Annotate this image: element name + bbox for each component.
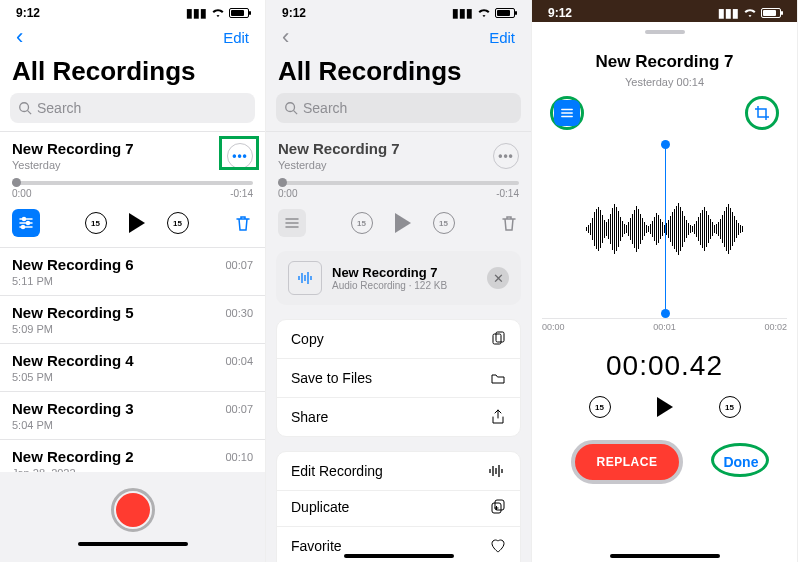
svg-point-7 bbox=[22, 226, 25, 229]
skip-back-button[interactable]: 15 bbox=[589, 396, 611, 418]
status-icons: ▮▮▮ bbox=[718, 6, 781, 20]
playhead[interactable] bbox=[665, 144, 666, 314]
axis-tick: 00:00 bbox=[542, 322, 565, 332]
skip-back-button: 15 bbox=[351, 212, 373, 234]
seek-bar[interactable] bbox=[12, 181, 253, 185]
play-button[interactable] bbox=[129, 213, 145, 233]
axis-tick: 00:02 bbox=[764, 322, 787, 332]
back-button[interactable]: ‹ bbox=[282, 24, 289, 50]
status-time: 9:12 bbox=[282, 6, 306, 20]
list-item[interactable]: New Recording 600:07 5:11 PM bbox=[0, 248, 265, 296]
close-button[interactable]: ✕ bbox=[487, 267, 509, 289]
crop-icon bbox=[753, 104, 771, 122]
status-bar: 9:12 ▮▮▮ bbox=[0, 0, 265, 22]
svg-point-8 bbox=[286, 103, 295, 112]
screen-recordings-list: 9:12 ▮▮▮ ‹ Edit All Recordings Search Ne… bbox=[0, 0, 266, 562]
options-button[interactable] bbox=[554, 100, 580, 126]
skip-forward-button: 15 bbox=[433, 212, 455, 234]
skip-back-button[interactable]: 15 bbox=[85, 212, 107, 234]
waveform-area[interactable] bbox=[542, 144, 787, 314]
trim-button[interactable] bbox=[753, 104, 771, 122]
battery-icon bbox=[495, 8, 515, 18]
done-button[interactable]: Done bbox=[723, 454, 758, 470]
svg-point-5 bbox=[27, 222, 30, 225]
record-button[interactable] bbox=[111, 488, 155, 532]
duplicate-icon bbox=[490, 499, 506, 515]
list-item[interactable]: New Recording 400:04 5:05 PM bbox=[0, 344, 265, 392]
sheet-meta: Audio Recording · 122 KB bbox=[332, 280, 447, 291]
time-counter: 00:00.42 bbox=[532, 350, 797, 382]
home-indicator[interactable] bbox=[344, 554, 454, 558]
search-input[interactable]: Search bbox=[276, 93, 521, 123]
recording-subtitle: Yesterday bbox=[278, 159, 400, 171]
play-button bbox=[395, 213, 411, 233]
svg-point-0 bbox=[20, 103, 29, 112]
seek-bar bbox=[278, 181, 519, 185]
expanded-recording[interactable]: New Recording 7 Yesterday ••• 0:00 -0:14… bbox=[0, 132, 265, 248]
time-axis: 00:00 00:01 00:02 bbox=[542, 318, 787, 332]
list-item[interactable]: New Recording 300:07 5:04 PM bbox=[0, 392, 265, 440]
highlight-annotation bbox=[550, 96, 584, 130]
share-icon bbox=[490, 409, 506, 425]
action-menu: Copy Save to Files Share bbox=[276, 319, 521, 437]
home-indicator[interactable] bbox=[78, 542, 188, 546]
replace-button[interactable]: REPLACE bbox=[571, 440, 684, 484]
more-button[interactable]: ••• bbox=[227, 143, 253, 169]
trash-icon bbox=[233, 213, 253, 233]
back-button[interactable]: ‹ bbox=[16, 24, 23, 50]
options-button bbox=[278, 209, 306, 237]
status-bar: 9:12 ▮▮▮ bbox=[532, 0, 797, 22]
skip-forward-button[interactable]: 15 bbox=[167, 212, 189, 234]
status-icons: ▮▮▮ bbox=[186, 6, 249, 20]
page-title: All Recordings bbox=[266, 52, 531, 93]
menu-duplicate[interactable]: Duplicate bbox=[277, 488, 520, 527]
svg-line-9 bbox=[294, 111, 298, 115]
menu-copy[interactable]: Copy bbox=[277, 320, 520, 359]
menu-save-files[interactable]: Save to Files bbox=[277, 359, 520, 398]
signal-icon: ▮▮▮ bbox=[452, 6, 473, 20]
play-button[interactable] bbox=[657, 397, 673, 417]
delete-button[interactable] bbox=[233, 213, 253, 233]
svg-line-1 bbox=[28, 111, 32, 115]
edit-button[interactable]: Edit bbox=[223, 29, 249, 46]
menu-edit-recording[interactable]: Edit Recording bbox=[276, 451, 521, 491]
home-indicator[interactable] bbox=[610, 554, 720, 558]
waveform-icon bbox=[488, 463, 506, 479]
more-button[interactable]: ••• bbox=[493, 143, 519, 169]
menu-share[interactable]: Share bbox=[277, 398, 520, 436]
axis-tick: 00:01 bbox=[653, 322, 676, 332]
signal-icon: ▮▮▮ bbox=[718, 6, 739, 20]
edit-button[interactable]: Edit bbox=[489, 29, 515, 46]
recording-subtitle: Yesterday 00:14 bbox=[532, 76, 797, 88]
search-icon bbox=[284, 101, 298, 115]
sheet-header: New Recording 7 Audio Recording · 122 KB… bbox=[276, 251, 521, 305]
bottom-actions: REPLACE Done bbox=[532, 440, 797, 484]
signal-icon: ▮▮▮ bbox=[186, 6, 207, 20]
expanded-recording: New Recording 7 Yesterday ••• 0:00 -0:14… bbox=[266, 132, 531, 247]
list-item[interactable]: New Recording 500:30 5:09 PM bbox=[0, 296, 265, 344]
status-time: 9:12 bbox=[548, 6, 572, 20]
time-start: 0:00 bbox=[12, 188, 31, 199]
wifi-icon bbox=[743, 8, 757, 18]
playback-controls: 15 15 bbox=[532, 396, 797, 418]
nav-bar: ‹ Edit bbox=[0, 22, 265, 52]
options-button[interactable] bbox=[12, 209, 40, 237]
search-input[interactable]: Search bbox=[10, 93, 255, 123]
search-icon bbox=[18, 101, 32, 115]
search-placeholder: Search bbox=[37, 100, 81, 116]
highlight-annotation bbox=[745, 96, 779, 130]
action-menu-2: Edit Recording Duplicate Favorite Move t… bbox=[276, 451, 521, 562]
screen-edit-recording: 9:12 ▮▮▮ New Recording 7 Yesterday 00:14… bbox=[532, 0, 798, 562]
sliders-icon bbox=[560, 106, 574, 120]
page-title: All Recordings bbox=[0, 52, 265, 93]
skip-forward-button[interactable]: 15 bbox=[719, 396, 741, 418]
recording-title: New Recording 7 bbox=[12, 140, 134, 157]
folder-icon bbox=[490, 370, 506, 386]
trash-icon bbox=[499, 213, 519, 233]
edit-tools-row bbox=[532, 96, 797, 130]
recording-subtitle: Yesterday bbox=[12, 159, 134, 171]
wifi-icon bbox=[211, 8, 225, 18]
sheet-handle[interactable] bbox=[645, 30, 685, 34]
recording-title: New Recording 7 bbox=[532, 52, 797, 72]
svg-point-3 bbox=[23, 218, 26, 221]
